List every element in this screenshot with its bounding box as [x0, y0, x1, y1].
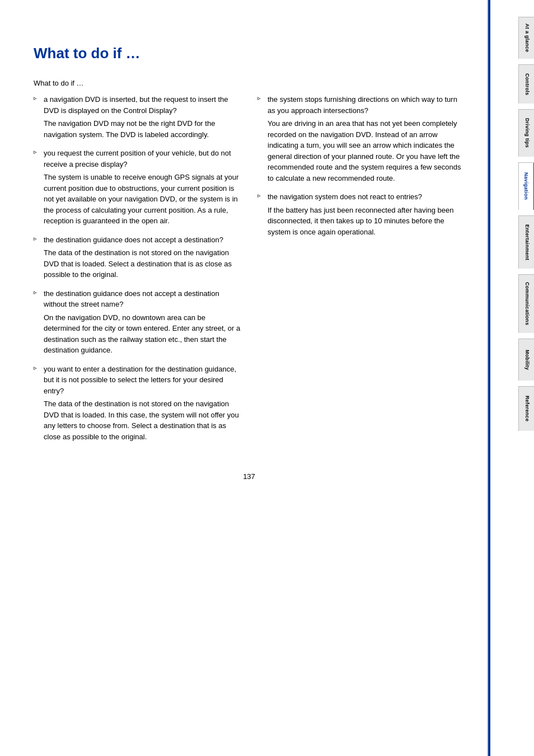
- list-item: ▹ a navigation DVD is inserted, but the …: [34, 94, 241, 140]
- bullet-content: the destination guidance does not accept…: [44, 288, 241, 356]
- list-item: ▹ the navigation system does not react t…: [257, 191, 465, 237]
- bullet-arrow-icon: ▹: [34, 95, 39, 102]
- list-item: ▹ the system stops furnishing directions…: [257, 94, 465, 184]
- bullet-content: a navigation DVD is inserted, but the re…: [44, 94, 241, 140]
- page-number: 137: [34, 472, 465, 481]
- question-text: you want to enter a destination for the …: [44, 365, 236, 395]
- answer-text: On the navigation DVD, no downtown area …: [44, 312, 241, 356]
- question-text: you request the current position of your…: [44, 149, 231, 168]
- answer-text: If the battery has just been reconnected…: [268, 205, 465, 238]
- bullet-content: you request the current position of your…: [44, 148, 241, 227]
- answer-text: You are driving in an area that has not …: [268, 118, 465, 184]
- sidebar-item-entertainment[interactable]: Entertainment: [518, 215, 534, 269]
- bullet-arrow-icon: ▹: [34, 289, 39, 296]
- list-item: ▹ the destination guidance does not acce…: [34, 288, 241, 356]
- sidebar-item-communications[interactable]: Communications: [518, 274, 534, 333]
- section-intro: What to do if …: [34, 79, 465, 87]
- page-title: What to do if …: [34, 34, 465, 62]
- sidebar-item-driving-tips[interactable]: Driving tips: [518, 109, 534, 157]
- bullet-arrow-icon: ▹: [257, 95, 263, 102]
- sidebar-item-reference[interactable]: Reference: [518, 386, 534, 431]
- answer-text: The data of the destination is not store…: [44, 247, 241, 280]
- sidebar-item-controls[interactable]: Controls: [518, 64, 534, 104]
- bullet-arrow-icon: ▹: [34, 235, 39, 242]
- sidebar-item-at-a-glance[interactable]: At a glance: [518, 17, 534, 59]
- answer-text: The navigation DVD may not be the right …: [44, 118, 241, 140]
- list-item: ▹ you request the current position of yo…: [34, 148, 241, 227]
- bullet-arrow-icon: ▹: [257, 192, 263, 199]
- bullet-content: the navigation system does not react to …: [268, 191, 465, 237]
- question-text: the system stops furnishing directions o…: [268, 95, 457, 115]
- list-item: ▹ you want to enter a destination for th…: [34, 364, 241, 443]
- page-container: What to do if … What to do if … ▹ a navi…: [0, 0, 534, 756]
- answer-text: The data of the destination is not store…: [44, 398, 241, 442]
- sidebar-item-navigation[interactable]: Navigation: [518, 162, 534, 210]
- bullet-content: the destination guidance does not accept…: [44, 234, 241, 280]
- bullet-content: the system stops furnishing directions o…: [268, 94, 465, 184]
- answer-text: The system is unable to receive enough G…: [44, 172, 241, 227]
- bullet-content: you want to enter a destination for the …: [44, 364, 241, 443]
- question-text: the navigation system does not react to …: [268, 192, 422, 201]
- right-column: ▹ the system stops furnishing directions…: [257, 94, 465, 450]
- question-text: the destination guidance does not accept…: [44, 289, 219, 309]
- question-text: the destination guidance does not accept…: [44, 236, 223, 244]
- question-text: a navigation DVD is inserted, but the re…: [44, 95, 228, 115]
- bullet-arrow-icon: ▹: [34, 148, 39, 156]
- bullet-arrow-icon: ▹: [34, 364, 39, 372]
- left-column: ▹ a navigation DVD is inserted, but the …: [34, 94, 241, 450]
- main-content: What to do if … What to do if … ▹ a navi…: [0, 0, 487, 756]
- list-item: ▹ the destination guidance does not acce…: [34, 234, 241, 280]
- sidebar-item-mobility[interactable]: Mobility: [518, 339, 534, 381]
- two-column-layout: ▹ a navigation DVD is inserted, but the …: [34, 94, 465, 450]
- sidebar: At a glance Controls Driving tips Naviga…: [487, 0, 534, 756]
